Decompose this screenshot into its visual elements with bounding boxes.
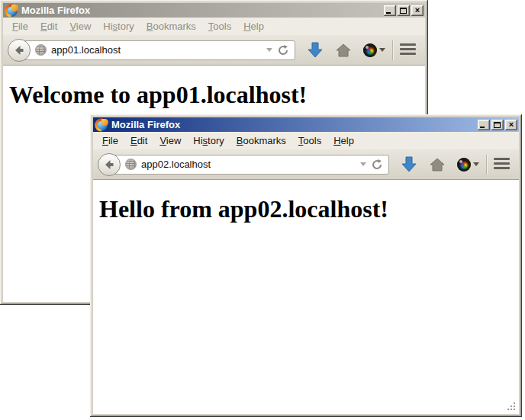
site-globe-icon xyxy=(35,44,47,56)
navigation-toolbar: app02.localhost xyxy=(93,149,519,180)
page-heading: Hello from app02.localhost! xyxy=(99,195,519,223)
download-arrow-icon xyxy=(308,42,323,59)
menu-tools[interactable]: Tools xyxy=(202,18,237,34)
window-title: Mozilla Firefox xyxy=(21,3,380,18)
url-input[interactable]: app02.localhost xyxy=(141,159,356,170)
titlebar[interactable]: Mozilla Firefox × xyxy=(93,117,519,132)
color-wheel-icon xyxy=(363,43,377,57)
titlebar[interactable]: Mozilla Firefox × xyxy=(3,3,425,18)
addon-button[interactable] xyxy=(363,43,385,57)
toolbar-separator xyxy=(392,40,393,60)
addon-button[interactable] xyxy=(457,158,479,172)
addon-caret-icon xyxy=(473,162,479,166)
menu-file[interactable]: File xyxy=(96,133,124,149)
firefox-logo-icon xyxy=(5,5,18,17)
url-input[interactable]: app01.localhost xyxy=(51,44,262,56)
reload-icon[interactable] xyxy=(277,44,289,56)
close-button[interactable]: × xyxy=(505,120,517,130)
maximize-button[interactable] xyxy=(491,120,504,130)
page-heading: Welcome to app01.localhost! xyxy=(9,81,425,109)
back-button[interactable] xyxy=(98,153,121,176)
menu-view[interactable]: View xyxy=(63,18,97,34)
toolbar-separator xyxy=(486,155,487,175)
minimize-button[interactable] xyxy=(478,120,490,130)
back-button[interactable] xyxy=(8,39,31,62)
menu-edit[interactable]: Edit xyxy=(124,133,153,149)
firefox-logo-icon xyxy=(95,119,108,131)
menu-file[interactable]: File xyxy=(6,18,34,34)
menu-bar: File Edit View History Bookmarks Tools H… xyxy=(93,132,519,149)
home-button[interactable] xyxy=(336,43,351,57)
menu-bar: File Edit View History Bookmarks Tools H… xyxy=(3,18,425,35)
menu-tools[interactable]: Tools xyxy=(292,133,327,149)
url-bar[interactable]: app02.localhost xyxy=(108,155,389,175)
url-bar[interactable]: app01.localhost xyxy=(18,40,295,60)
desktop: Mozilla Firefox × File Edit View History… xyxy=(0,0,525,420)
menu-edit[interactable]: Edit xyxy=(34,18,63,34)
maximize-icon xyxy=(400,8,407,14)
back-arrow-icon xyxy=(102,158,116,172)
home-icon xyxy=(336,43,351,57)
home-button[interactable] xyxy=(430,158,445,172)
urlbar-dropdown-icon[interactable] xyxy=(266,48,272,52)
download-arrow-icon xyxy=(401,156,417,173)
menu-history[interactable]: History xyxy=(187,133,230,149)
page-content-app02: Hello from app02.localhost! xyxy=(93,180,519,414)
window-title: Mozilla Firefox xyxy=(111,117,474,132)
minimize-icon xyxy=(480,127,485,128)
color-wheel-icon xyxy=(457,158,471,172)
site-globe-icon xyxy=(125,159,137,170)
downloads-button[interactable] xyxy=(308,42,323,59)
navigation-toolbar: app01.localhost xyxy=(3,35,425,66)
downloads-button[interactable] xyxy=(401,156,417,173)
minimize-icon xyxy=(386,12,391,14)
maximize-icon xyxy=(494,122,501,128)
menu-button[interactable] xyxy=(400,43,416,56)
urlbar-dropdown-icon[interactable] xyxy=(360,162,366,166)
menu-help[interactable]: Help xyxy=(327,133,360,149)
back-arrow-icon xyxy=(12,43,26,57)
menu-history[interactable]: History xyxy=(97,18,140,34)
menu-bookmarks[interactable]: Bookmarks xyxy=(140,18,202,34)
menu-button[interactable] xyxy=(494,158,510,171)
window-controls: × xyxy=(384,5,424,16)
menu-help[interactable]: Help xyxy=(237,18,270,34)
resize-grip[interactable] xyxy=(506,401,516,411)
close-button[interactable]: × xyxy=(411,5,424,16)
menu-view[interactable]: View xyxy=(153,133,187,149)
menu-bookmarks[interactable]: Bookmarks xyxy=(230,133,292,149)
home-icon xyxy=(430,158,445,172)
browser-window-app02: Mozilla Firefox × File Edit View History… xyxy=(90,114,522,417)
minimize-button[interactable] xyxy=(384,5,396,16)
reload-icon[interactable] xyxy=(371,159,383,171)
window-controls: × xyxy=(478,120,517,130)
maximize-button[interactable] xyxy=(398,5,410,16)
addon-caret-icon xyxy=(379,48,385,52)
